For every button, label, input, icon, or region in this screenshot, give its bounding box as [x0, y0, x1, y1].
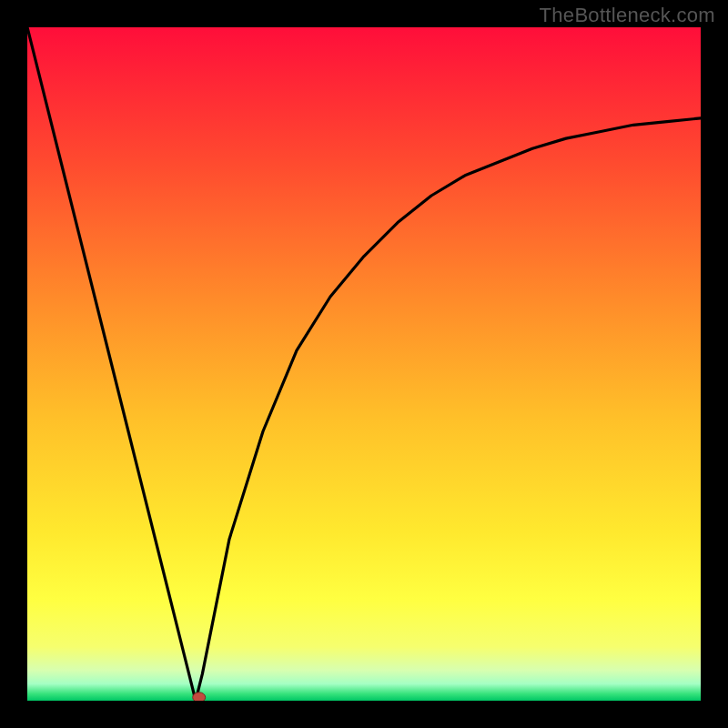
- optimum-marker: [193, 693, 206, 701]
- bottleneck-chart: [27, 27, 701, 701]
- chart-frame: TheBottleneck.com: [0, 0, 728, 728]
- watermark-text: TheBottleneck.com: [540, 4, 715, 27]
- plot-area: [27, 27, 701, 701]
- gradient-background: [27, 27, 701, 701]
